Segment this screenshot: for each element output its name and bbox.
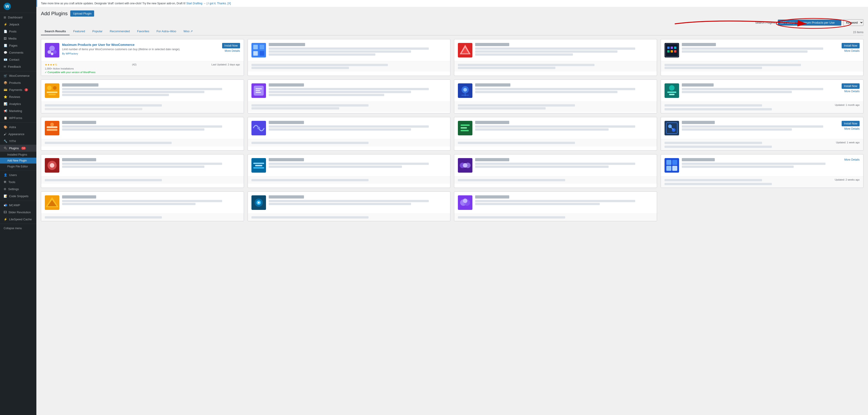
plugin-desc-8-1 — [682, 88, 824, 90]
plugin-info-15 — [475, 158, 653, 173]
plugin-info-3 — [475, 43, 653, 58]
payments-icon: 💳 — [4, 88, 7, 92]
sidebar-item-woocommerce[interactable]: 🛒 WooCommerce — [0, 72, 36, 79]
sidebar-item-posts[interactable]: 📄 Posts — [0, 28, 36, 35]
plugin-name-17[interactable] — [62, 195, 240, 199]
plugin-name-16[interactable] — [682, 158, 842, 162]
sidebar-item-feedback[interactable]: ✉ Feedback — [0, 63, 36, 70]
plugin-name-9[interactable] — [62, 121, 240, 125]
sidebar-item-yith[interactable]: 🔧 YITH — [0, 138, 36, 145]
plugin-card-4-install-button[interactable]: Install Now — [842, 43, 860, 48]
tab-search-results[interactable]: Search Results — [41, 28, 69, 35]
plugin-name-7[interactable] — [475, 83, 653, 87]
sidebar-item-pages[interactable]: 📃 Pages — [0, 42, 36, 49]
tab-favorites[interactable]: Favorites — [133, 28, 153, 35]
plugin-card-17 — [41, 192, 244, 221]
plugin-name-13[interactable] — [62, 158, 240, 162]
site-logo[interactable]: W — [0, 0, 36, 13]
featured-plugin-name[interactable]: Maximum Products per User for WooCommerc… — [62, 43, 219, 46]
plugin-name-11[interactable] — [475, 121, 653, 125]
tab-for-astra-woo[interactable]: For Astra–Woo — [153, 28, 180, 35]
featured-plugin-more-details[interactable]: More Details — [225, 49, 240, 53]
sidebar-item-slider-revolution[interactable]: 🎞 Slider Revolution — [0, 209, 36, 216]
sidebar-item-code-snippets[interactable]: 📝 Code Snippets — [0, 193, 36, 200]
sidebar-sub-plugin-editor[interactable]: Plugin File Editor — [0, 164, 36, 169]
sidebar-item-litespeed[interactable]: ⚡ LiteSpeed Cache — [0, 216, 36, 223]
plugin-name-5[interactable] — [62, 83, 240, 87]
sidebar-item-settings[interactable]: ⚙ Settings — [0, 185, 36, 193]
sidebar-item-marketing[interactable]: 📢 Marketing — [0, 107, 36, 114]
plugin-card-13-bottom — [41, 176, 244, 184]
plugin-card-12-more-details[interactable]: More Details — [844, 127, 860, 130]
plugin-name-14[interactable] — [269, 158, 447, 162]
search-input[interactable] — [778, 20, 841, 26]
sidebar-item-products[interactable]: 📦 Products — [0, 79, 36, 86]
plugin-card-12-bottom: Updated: 1 week ago — [661, 139, 864, 150]
plugin-card-16-more-details[interactable]: More Details — [844, 158, 860, 161]
sidebar-item-plugins[interactable]: 🔌 Plugins 14 — [0, 145, 36, 152]
tab-woo[interactable]: Woo ↗ — [180, 28, 196, 35]
sidebar-item-dashboard[interactable]: ⊞ Dashboard — [0, 14, 36, 21]
plugin-name-3[interactable] — [475, 43, 653, 46]
collapse-menu[interactable]: Collapse menu — [0, 225, 36, 232]
plugin-5-update-text — [45, 108, 142, 110]
sidebar: W ⊞ Dashboard ⚡ Jetpack 📄 Posts 🖼 Media … — [0, 0, 36, 415]
jetpack-icon: ⚡ — [4, 23, 7, 26]
plugin-11-meta — [458, 142, 575, 144]
content-area: Add Plugins Upload Plugin Search Plugins… — [36, 7, 868, 415]
plugin-icon-17 — [45, 195, 59, 210]
plugin-desc-18-1 — [269, 200, 429, 202]
upload-plugin-button[interactable]: Upload Plugin — [70, 10, 94, 16]
sidebar-item-tools[interactable]: 🛠 Tools — [0, 178, 36, 185]
plugin-card-9 — [41, 117, 244, 150]
products-icon: 📦 — [4, 81, 7, 84]
notice-dismiss-link[interactable]: I got it. Thanks. [X] — [208, 2, 231, 5]
notice-start-drafting-link[interactable]: Start Drafting → — [186, 2, 206, 5]
svg-rect-26 — [46, 92, 58, 93]
tab-recommended[interactable]: Recommended — [106, 28, 133, 35]
plugin-name-12[interactable] — [682, 121, 839, 125]
plugin-desc-6-3 — [269, 94, 384, 96]
sidebar-item-payments[interactable]: 💳 Payments 3 — [0, 86, 36, 93]
plugin-16-updated: Updated: 2 weeks ago — [835, 178, 860, 182]
plugin-name-8[interactable] — [682, 83, 839, 87]
plugin-name-2[interactable] — [269, 43, 447, 46]
keyword-select[interactable]: Keyword — [843, 19, 864, 26]
sidebar-item-wpforms[interactable]: 📋 WPForms — [0, 114, 36, 122]
featured-plugin-install-button[interactable]: Install Now — [222, 43, 240, 48]
sidebar-sub-add-new[interactable]: Add New Plugin — [0, 158, 36, 164]
plugin-card-8-bottom: Updated: 1 month ago — [661, 102, 864, 113]
plugin-name-6[interactable] — [269, 83, 447, 87]
plugin-card-8-install-button[interactable]: Install Now — [842, 83, 860, 89]
plugins-icon: 🔌 — [4, 146, 7, 150]
sidebar-item-jetpack[interactable]: ⚡ Jetpack — [0, 21, 36, 28]
sidebar-item-appearance[interactable]: 🖌 Appearance — [0, 131, 36, 138]
featured-plugin-by[interactable]: By WPFactory — [62, 52, 219, 55]
sidebar-item-comments[interactable]: 💬 Comments — [0, 49, 36, 56]
sidebar-item-analytics[interactable]: 📊 Analytics — [0, 100, 36, 107]
plugin-13-meta — [45, 179, 162, 181]
sidebar-item-astra[interactable]: 🎨 Astra — [0, 124, 36, 131]
plugin-name-19[interactable] — [475, 195, 653, 199]
svg-point-25 — [53, 86, 57, 90]
sidebar-item-contact[interactable]: 📧 Contact — [0, 56, 36, 63]
sidebar-item-users[interactable]: 👤 Users — [0, 172, 36, 178]
plugin-desc-17-2 — [62, 203, 195, 205]
plugin-card-14 — [248, 154, 451, 188]
plugin-card-8-more-details[interactable]: More Details — [844, 90, 860, 93]
plugin-name-15[interactable] — [475, 158, 653, 162]
plugin-name-18[interactable] — [269, 195, 447, 199]
plugin-name-10[interactable] — [269, 121, 447, 125]
sidebar-item-media[interactable]: 🖼 Media — [0, 35, 36, 42]
sidebar-item-reviews[interactable]: ⭐ Reviews — [0, 93, 36, 100]
yith-icon: 🔧 — [4, 139, 7, 143]
sidebar-item-mc4wp[interactable]: 📬 MC4WP — [0, 202, 36, 209]
plugin-card-12-install-button[interactable]: Install Now — [842, 121, 860, 126]
plugin-card-16: More Details Updated: 2 weeks ago — [661, 154, 864, 188]
sidebar-sub-installed-plugins[interactable]: Installed Plugins — [0, 152, 36, 158]
tab-featured[interactable]: Featured — [69, 28, 89, 35]
tab-popular[interactable]: Popular — [89, 28, 106, 35]
plugin-name-4[interactable] — [682, 43, 839, 46]
plugin-19-meta — [458, 216, 565, 218]
plugin-card-4-more-details[interactable]: More Details — [844, 49, 860, 53]
